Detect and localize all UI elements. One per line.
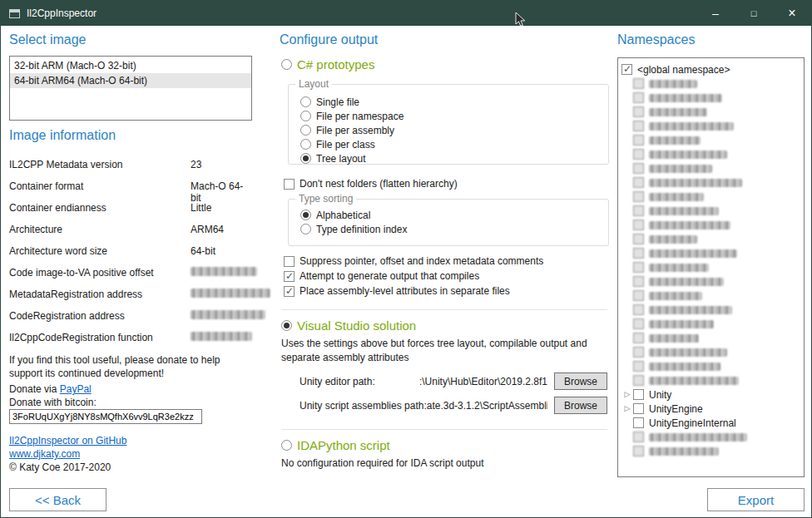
checkbox-icon-checked[interactable] (284, 286, 295, 297)
namespace-item-redacted[interactable] (621, 430, 804, 444)
checkbox-icon[interactable] (633, 234, 644, 244)
checkbox-icon[interactable] (633, 361, 644, 372)
namespace-item-redacted[interactable] (621, 204, 804, 218)
checkbox-icon[interactable] (633, 290, 644, 301)
checkbox-icon[interactable] (633, 135, 644, 146)
namespace-item-global[interactable]: <global namespace> (621, 62, 804, 76)
radio-icon[interactable] (300, 224, 311, 234)
image-listbox[interactable]: 32-bit ARM (Mach-O 32-bit) 64-bit ARM64 … (9, 56, 252, 121)
radio-icon-selected[interactable] (300, 210, 311, 220)
checkbox-icon[interactable] (633, 389, 644, 400)
sorting-option-alphabetical[interactable]: Alphabetical (300, 209, 608, 221)
radio-icon[interactable] (300, 111, 311, 121)
namespace-item-redacted[interactable] (621, 190, 804, 204)
checkbox-icon[interactable] (633, 177, 644, 188)
namespace-item-redacted[interactable] (621, 119, 804, 133)
namespace-item-redacted[interactable] (621, 91, 804, 105)
namespace-item-redacted[interactable] (621, 105, 804, 119)
checkbox-icon[interactable] (633, 347, 644, 358)
checkbox-icon[interactable] (633, 276, 644, 287)
radio-icon[interactable] (300, 96, 311, 107)
website-link[interactable]: www.djkaty.com (9, 447, 80, 461)
namespace-item-unityengine[interactable]: ▷ UnityEngine (621, 402, 804, 416)
namespace-item-redacted[interactable] (621, 232, 804, 246)
checkbox-icon[interactable] (633, 304, 644, 315)
namespace-item-redacted[interactable] (621, 303, 804, 317)
namespace-item-redacted[interactable] (621, 175, 804, 190)
github-link[interactable]: Il2CppInspector on GitHub (9, 434, 126, 447)
radio-icon[interactable] (281, 440, 292, 451)
layout-option-file-per-namespace[interactable]: File per namespace (300, 110, 608, 122)
checkbox-icon[interactable] (633, 333, 644, 343)
expander-icon[interactable]: ▷ (621, 402, 633, 416)
radio-icon[interactable] (281, 59, 292, 70)
checkbox-icon-checked[interactable] (284, 271, 295, 282)
namespace-item-redacted[interactable] (621, 133, 804, 147)
radio-icon[interactable] (300, 125, 311, 136)
namespaces-tree[interactable]: <global namespace> ▷ (617, 57, 805, 477)
attributes-checkbox-row[interactable]: Place assembly-level attributes in separ… (284, 285, 510, 297)
checkbox-icon[interactable] (633, 220, 644, 230)
list-item-selected[interactable]: 64-bit ARM64 (Mach-O 64-bit) (10, 73, 251, 88)
checkbox-icon[interactable] (633, 149, 644, 160)
layout-option-tree-layout[interactable]: Tree layout (300, 152, 608, 165)
checkbox-icon[interactable] (633, 191, 644, 202)
namespace-item-redacted[interactable] (621, 76, 804, 91)
namespace-item-redacted[interactable] (621, 260, 804, 274)
browse-assemblies-button[interactable]: Browse (554, 397, 607, 414)
csharp-prototypes-radio[interactable]: C# prototypes (281, 57, 374, 72)
namespace-item-redacted[interactable] (621, 274, 804, 289)
browse-editor-button[interactable]: Browse (554, 372, 607, 390)
sorting-option-type-definition-index[interactable]: Type definition index (300, 223, 608, 235)
visual-studio-radio[interactable]: Visual Studio solution (281, 318, 416, 333)
bitcoin-address-input[interactable] (9, 409, 202, 424)
export-button[interactable]: Export (707, 488, 805, 511)
namespace-item-redacted[interactable] (621, 246, 804, 260)
layout-option-file-per-class[interactable]: File per class (300, 138, 608, 150)
expander-icon[interactable]: ▷ (621, 387, 633, 402)
flatten-checkbox-row[interactable]: Don't nest folders (flatten hierarchy) (284, 178, 458, 190)
namespace-item-redacted[interactable] (621, 161, 804, 175)
checkbox-icon[interactable] (633, 262, 644, 273)
namespace-item-redacted[interactable] (621, 147, 804, 161)
unity-editor-path-value[interactable]: :\Unity\Hub\Editor\2019.2.8f1 (375, 376, 547, 387)
checkbox-icon[interactable] (633, 446, 644, 456)
checkbox-icon[interactable] (633, 318, 644, 329)
namespace-item-redacted[interactable] (621, 359, 804, 373)
checkbox-icon[interactable] (633, 78, 644, 89)
namespace-item-redacted[interactable] (621, 289, 804, 303)
namespace-item-redacted[interactable] (621, 218, 804, 232)
namespace-item-redacted[interactable] (621, 331, 804, 345)
checkbox-icon-checked[interactable] (621, 64, 632, 75)
checkbox-icon[interactable] (633, 163, 644, 174)
namespace-item-redacted[interactable] (621, 345, 804, 359)
back-button[interactable]: << Back (9, 488, 106, 511)
list-item[interactable]: 32-bit ARM (Mach-O 32-bit) (10, 58, 251, 73)
checkbox-icon[interactable] (284, 256, 295, 267)
checkbox-icon[interactable] (633, 92, 644, 103)
compiles-checkbox-row[interactable]: Attempt to generate output that compiles (284, 270, 479, 282)
paypal-link[interactable]: PayPal (60, 383, 92, 395)
checkbox-icon[interactable] (633, 417, 644, 428)
namespace-item-redacted[interactable] (621, 444, 804, 458)
namespace-item-redacted[interactable] (621, 373, 804, 387)
checkbox-icon[interactable] (633, 403, 644, 414)
unity-assemblies-path-value[interactable]: ate.3d-3.1.2\ScriptAssemblies (427, 400, 547, 412)
checkbox-icon[interactable] (284, 179, 295, 190)
checkbox-icon[interactable] (633, 121, 644, 131)
layout-option-file-per-assembly[interactable]: File per assembly (300, 124, 608, 136)
namespace-item-redacted[interactable] (621, 317, 804, 331)
checkbox-icon[interactable] (633, 375, 644, 386)
radio-icon[interactable] (300, 139, 311, 150)
idapython-radio[interactable]: IDAPython script (281, 438, 390, 452)
checkbox-icon[interactable] (633, 205, 644, 216)
checkbox-icon[interactable] (633, 432, 644, 442)
radio-icon-selected[interactable] (281, 320, 292, 331)
checkbox-icon[interactable] (633, 106, 644, 117)
namespace-item-unityengineinternal[interactable]: UnityEngineInternal (621, 416, 804, 430)
suppress-checkbox-row[interactable]: Suppress pointer, offset and index metad… (284, 255, 543, 267)
namespace-item-unity[interactable]: ▷ Unity (621, 387, 804, 402)
checkbox-icon[interactable] (633, 248, 644, 259)
radio-icon-selected[interactable] (300, 153, 311, 164)
layout-option-single-file[interactable]: Single file (300, 96, 608, 108)
